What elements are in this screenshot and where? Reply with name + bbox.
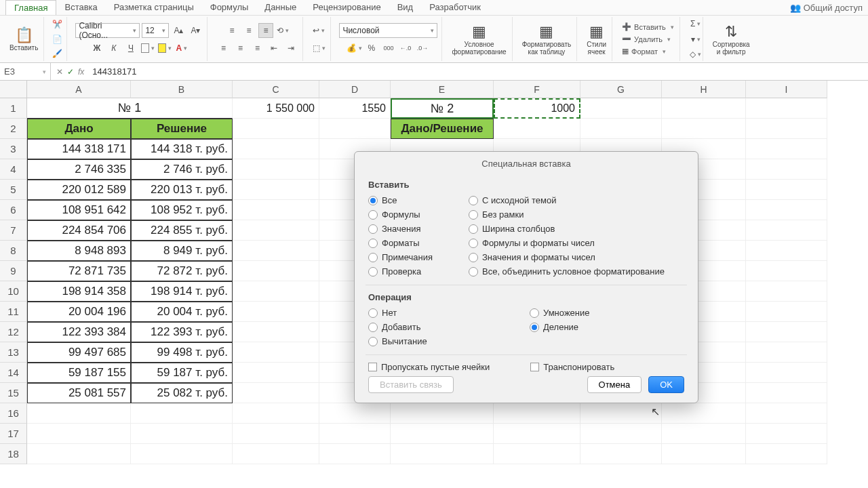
cell-I18[interactable] — [746, 444, 827, 464]
row-header-7[interactable]: 7 — [0, 220, 27, 241]
cell-B13[interactable]: 99 498 т. руб. — [131, 342, 233, 363]
row-header-12[interactable]: 12 — [0, 322, 27, 342]
currency-icon[interactable]: 💰 — [347, 41, 362, 56]
cut-icon[interactable]: ✂️ — [50, 17, 65, 32]
cell-F2[interactable] — [494, 119, 580, 139]
cell-B14[interactable]: 59 187 т. руб. — [131, 363, 233, 383]
tab-Рецензирование[interactable]: Рецензирование — [304, 0, 389, 15]
cell-A12[interactable]: 122 393 384 — [27, 322, 131, 342]
indent-inc-icon[interactable]: ⇥ — [283, 41, 298, 56]
cell-D2[interactable] — [319, 119, 391, 139]
sort-filter-button[interactable]: ⇅Сортировка и фильтр — [711, 22, 751, 57]
cancel-button[interactable]: Отмена — [587, 376, 642, 393]
align-center-icon[interactable]: ≡ — [233, 41, 248, 56]
bold-button[interactable]: Ж — [90, 41, 104, 56]
tab-Вид[interactable]: Вид — [389, 0, 422, 15]
cell-C7[interactable] — [233, 220, 319, 241]
col-header-H[interactable]: H — [662, 81, 746, 98]
col-header-E[interactable]: E — [391, 81, 494, 98]
cell-I15[interactable] — [746, 383, 827, 403]
cell-C6[interactable] — [233, 200, 319, 220]
cell-C2[interactable] — [233, 119, 319, 139]
row-header-14[interactable]: 14 — [0, 363, 27, 383]
tab-Главная[interactable]: Главная — [5, 0, 56, 15]
cell-G16[interactable] — [580, 403, 662, 424]
cell-C1[interactable]: 1 550 000 — [233, 98, 319, 119]
format-table-button[interactable]: ▦Форматировать как таблицу — [521, 22, 573, 57]
radio-Значения[interactable]: Значения — [368, 224, 456, 234]
row-header-5[interactable]: 5 — [0, 180, 27, 200]
col-header-A[interactable]: A — [27, 81, 131, 98]
radio-Деление[interactable]: Деление — [530, 322, 589, 332]
row-header-10[interactable]: 10 — [0, 281, 27, 302]
cell-I11[interactable] — [746, 302, 827, 322]
merge-icon[interactable]: ⬚ — [311, 41, 326, 56]
cell-C4[interactable] — [233, 159, 319, 180]
ok-button[interactable]: OK — [648, 376, 684, 393]
cell-B5[interactable]: 220 013 т. руб. — [131, 180, 233, 200]
cell-C10[interactable] — [233, 281, 319, 302]
delete-cells-button[interactable]: ➖Удалить — [620, 34, 672, 44]
orientation-icon[interactable]: ⟲ — [275, 23, 290, 38]
cell-B3[interactable]: 144 318 т. руб. — [131, 139, 233, 159]
cell-F18[interactable] — [494, 444, 580, 464]
cell-B4[interactable]: 2 746 т. руб. — [131, 159, 233, 180]
indent-dec-icon[interactable]: ⇤ — [267, 41, 281, 56]
cell-A11[interactable]: 20 004 196 — [27, 302, 131, 322]
radio-Умножение[interactable]: Умножение — [530, 308, 589, 318]
format-cells-button[interactable]: ▦Формат — [620, 46, 667, 56]
cell-E18[interactable] — [391, 444, 494, 464]
row-header-18[interactable]: 18 — [0, 444, 27, 464]
cell-A4[interactable]: 2 746 335 — [27, 159, 131, 180]
radio-Проверка[interactable]: Проверка — [368, 266, 456, 277]
cell-styles-button[interactable]: ▦Стили ячеек — [585, 22, 608, 57]
col-header-I[interactable]: I — [746, 81, 827, 98]
row-header-8[interactable]: 8 — [0, 241, 27, 261]
radio-Значения и форматы чисел[interactable]: Значения и форматы чисел — [469, 252, 665, 262]
cell-E17[interactable] — [391, 424, 494, 444]
cell-B15[interactable]: 25 082 т. руб. — [131, 383, 233, 403]
row-header-15[interactable]: 15 — [0, 383, 27, 403]
increase-font-icon[interactable]: A▴ — [171, 23, 186, 38]
font-select[interactable]: Calibri (Осно... — [75, 23, 140, 38]
radio-Все, объединить условное форматирование[interactable]: Все, объединить условное форматирование — [469, 266, 665, 277]
cell-C11[interactable] — [233, 302, 319, 322]
cell-C5[interactable] — [233, 180, 319, 200]
cell-A15[interactable]: 25 081 557 — [27, 383, 131, 403]
radio-Вычитание[interactable]: Вычитание — [368, 336, 517, 346]
tab-Разработчик[interactable]: Разработчик — [421, 0, 489, 15]
cell-H16[interactable] — [662, 403, 746, 424]
row-header-9[interactable]: 9 — [0, 261, 27, 281]
copy-icon[interactable]: 📄 — [50, 32, 65, 47]
align-top-icon[interactable]: ≡ — [224, 23, 239, 38]
row-header-11[interactable]: 11 — [0, 302, 27, 322]
cell-I2[interactable] — [746, 119, 827, 139]
underline-button[interactable]: Ч — [123, 41, 138, 56]
align-bot-icon[interactable]: ≡ — [258, 23, 273, 38]
cell-B8[interactable]: 8 949 т. руб. — [131, 241, 233, 261]
cell-F1[interactable]: 1000 — [494, 98, 580, 119]
cond-format-button[interactable]: ▦Условное форматирование — [450, 22, 507, 57]
cell-C17[interactable] — [233, 424, 319, 444]
cell-C15[interactable] — [233, 383, 319, 403]
cell-B18[interactable] — [131, 444, 233, 464]
radio-Формулы[interactable]: Формулы — [368, 209, 456, 220]
tab-Разметка страницы[interactable]: Разметка страницы — [106, 0, 202, 15]
cell-A2[interactable]: Дано — [27, 119, 131, 139]
brush-icon[interactable]: 🖌️ — [50, 46, 65, 61]
cell-B12[interactable]: 122 393 т. руб. — [131, 322, 233, 342]
tab-Данные[interactable]: Данные — [256, 0, 304, 15]
cell-G17[interactable] — [580, 424, 662, 444]
col-header-F[interactable]: F — [494, 81, 580, 98]
col-header-C[interactable]: C — [233, 81, 319, 98]
cell-A16[interactable] — [27, 403, 131, 424]
row-header-3[interactable]: 3 — [0, 139, 27, 159]
cell-D1[interactable]: 1550 — [319, 98, 391, 119]
cell-E2[interactable]: Дано/Решение — [391, 119, 494, 139]
cell-A18[interactable] — [27, 444, 131, 464]
cell-A13[interactable]: 99 497 685 — [27, 342, 131, 363]
transpose-checkbox[interactable]: Транспонировать — [530, 362, 614, 372]
radio-Ширина столбцов[interactable]: Ширина столбцов — [469, 224, 665, 234]
cell-G1[interactable] — [580, 98, 662, 119]
number-format-select[interactable]: Числовой — [339, 23, 437, 38]
